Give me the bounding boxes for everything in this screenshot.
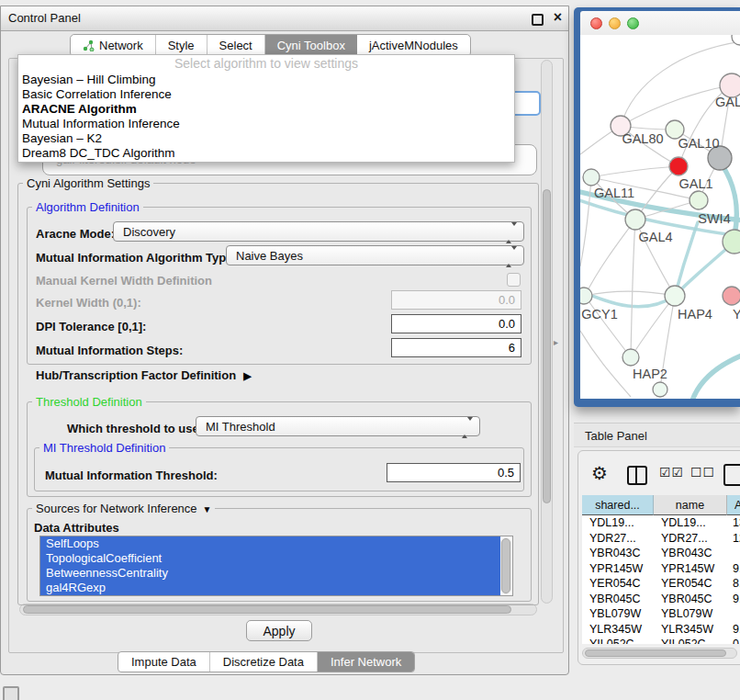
data-attributes-list[interactable]: SelfLoopsTopologicalCoefficientBetweenne… <box>39 536 513 596</box>
tab-jactivemnodules[interactable]: jActiveMNodules <box>357 35 470 56</box>
tab-cyni-toolbox[interactable]: Cyni Toolbox <box>265 35 357 56</box>
mi-threshold-field[interactable]: 0.5 <box>387 463 521 482</box>
table-horizontal-scrollbar[interactable] <box>582 648 737 659</box>
dpi-tolerance-label: DPI Tolerance [0,1]: <box>36 320 146 333</box>
network-node[interactable] <box>653 382 667 397</box>
panel-divider-handle[interactable]: ▸ <box>554 337 558 347</box>
network-node-label: GAL11 <box>594 186 634 200</box>
network-edge <box>580 331 631 397</box>
float-window-icon[interactable] <box>532 14 544 26</box>
table-row[interactable]: YLR345WYLR345W9. <box>582 622 740 638</box>
mac-minimize-icon[interactable] <box>609 17 621 29</box>
mi-type-combobox[interactable]: Naive Bayes <box>226 245 524 265</box>
data-attribute-item[interactable]: gal4RGexp <box>40 581 500 595</box>
control-panel-title: Control Panel <box>8 11 81 25</box>
table-mode-icon[interactable] <box>723 464 740 486</box>
tab-select[interactable]: Select <box>207 35 265 56</box>
tab-style[interactable]: Style <box>156 35 207 56</box>
attributes-scrollbar[interactable] <box>500 537 511 594</box>
table-row[interactable]: YIL052CYIL052C0. <box>582 637 740 644</box>
mac-close-icon[interactable] <box>590 17 602 29</box>
tab-cyni-toolbox-label: Cyni Toolbox <box>277 39 345 52</box>
mi-threshold-group-title: MI Threshold Definition <box>39 441 169 455</box>
which-threshold-combobox[interactable]: MI Threshold <box>196 416 480 436</box>
network-node-hap4[interactable] <box>665 286 685 306</box>
data-attribute-item[interactable]: TopologicalCoefficient <box>40 551 500 566</box>
apply-button[interactable]: Apply <box>246 620 312 641</box>
network-canvas[interactable]: GALGAL80GAL10GAL1GAL11SWI4GAL4GCY1HAP4YH… <box>580 35 740 399</box>
mac-zoom-icon[interactable] <box>627 17 639 29</box>
vertical-scrollbar[interactable] <box>541 60 553 604</box>
table-cell: YBL079W <box>582 606 654 622</box>
table-row[interactable]: YER054CYER054C8. <box>582 576 740 592</box>
kernel-width-field[interactable]: 0.0 <box>391 290 521 310</box>
table-row[interactable]: YPR145WYPR145W9. <box>582 561 740 577</box>
expand-right-icon: ▶ <box>243 370 251 381</box>
table-cell: 9. <box>727 622 740 638</box>
tab-impute-data[interactable]: Impute Data <box>118 652 210 672</box>
select-all-checkboxes-icon[interactable]: ☑☑ <box>659 465 684 480</box>
gear-icon[interactable]: ⚙ <box>591 462 608 484</box>
hub-definition-expander[interactable]: Hub/Transcription Factor Definition▶ <box>36 368 252 382</box>
algorithm-popup-item[interactable]: Bayesian – K2 <box>18 131 514 146</box>
aracne-mode-combobox[interactable]: Discovery <box>113 221 524 242</box>
network-node-y[interactable] <box>723 287 740 305</box>
table-row[interactable]: YBR045CYBR045C9. <box>582 592 740 607</box>
table-cell: YPR145W <box>654 561 727 577</box>
column-header-partial[interactable]: A <box>727 495 740 515</box>
algorithm-popup-item[interactable]: Bayesian – Hill Climbing <box>18 73 514 87</box>
tab-network[interactable]: Network <box>71 35 156 56</box>
algorithm-popup-item[interactable]: Basic Correlation Inference <box>18 87 514 102</box>
control-panel-titlebar[interactable]: Control Panel × <box>1 6 568 31</box>
table-row[interactable]: YDL19...YDL19...13 <box>582 515 740 531</box>
network-node-label: GAL <box>715 95 740 109</box>
tab-impute-data-label: Impute Data <box>131 655 196 669</box>
manual-kernel-checkbox[interactable] <box>507 273 521 287</box>
horizontal-scrollbar-thumb[interactable] <box>23 605 511 614</box>
column-view-icon[interactable] <box>627 466 647 485</box>
table-cell: YIL052C <box>654 637 727 644</box>
algorithm-definition-title: Algorithm Definition <box>32 200 143 214</box>
window-controls <box>590 17 639 29</box>
table-row[interactable]: YBL079WYBL079W <box>582 606 740 622</box>
dock-panel-icon[interactable] <box>3 686 19 700</box>
network-node-gal1[interactable] <box>690 191 708 209</box>
algorithm-popup: Select algorithm to view settings Bayesi… <box>17 54 515 163</box>
network-node-gcy1[interactable] <box>580 288 592 304</box>
table-horizontal-scrollbar-thumb[interactable] <box>585 649 726 657</box>
network-node-label: Y <box>733 307 740 322</box>
network-edge <box>585 291 675 296</box>
network-node[interactable] <box>669 157 688 175</box>
sources-title[interactable]: Sources for Network Inference▼ <box>32 502 215 515</box>
tab-infer-network[interactable]: Infer Network <box>318 652 414 672</box>
network-node-swi4[interactable] <box>723 230 740 254</box>
network-window-titlebar[interactable] <box>580 11 740 36</box>
data-attribute-item[interactable]: SelfLoops <box>40 536 500 551</box>
algorithm-popup-item[interactable]: Dream8 DC_TDC Algorithm <box>18 146 514 161</box>
column-header-shared-name[interactable]: shared... <box>582 495 654 515</box>
attributes-scrollbar-thumb[interactable] <box>501 538 510 593</box>
table-cell: YDR27... <box>654 531 727 547</box>
network-edge <box>631 220 635 357</box>
algorithm-popup-item[interactable]: Mutual Information Inference <box>18 117 514 131</box>
mi-steps-field[interactable]: 6 <box>391 338 521 357</box>
tab-discretize-data[interactable]: Discretize Data <box>210 652 318 672</box>
network-node-hap2[interactable] <box>622 349 639 366</box>
close-icon[interactable]: × <box>554 9 562 26</box>
network-node-gal11[interactable] <box>583 169 600 186</box>
network-node[interactable] <box>732 35 740 45</box>
dpi-tolerance-field[interactable]: 0.0 <box>391 314 521 333</box>
network-edge <box>585 220 635 296</box>
table-row[interactable]: YBR043CYBR043C <box>582 546 740 561</box>
network-node-gal4[interactable] <box>625 209 645 230</box>
column-header-name[interactable]: name <box>654 495 727 515</box>
table-row[interactable]: YDR27...YDR27...12 <box>582 531 740 547</box>
table-panel-header[interactable]: Table Panel <box>574 423 740 447</box>
vertical-scrollbar-thumb[interactable] <box>543 189 551 503</box>
deselect-all-checkboxes-icon[interactable]: ☐☐ <box>690 465 715 480</box>
data-attributes-items: SelfLoopsTopologicalCoefficientBetweenne… <box>40 536 512 595</box>
table-cell: YBR045C <box>582 592 654 607</box>
data-attribute-item[interactable]: BetweennessCentrality <box>40 566 500 581</box>
network-edge <box>580 290 675 307</box>
algorithm-popup-item[interactable]: ARACNE Algorithm <box>18 102 514 117</box>
